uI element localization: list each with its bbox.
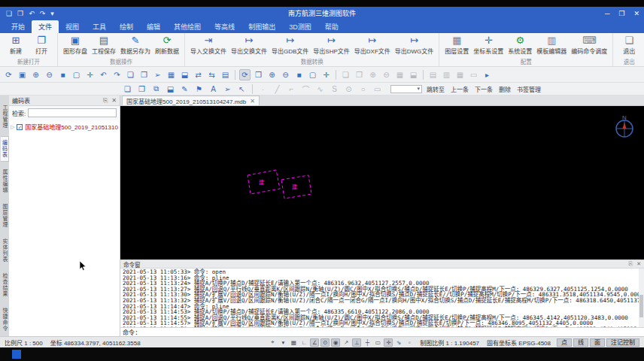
- tab-close-icon[interactable]: ✕: [250, 98, 255, 105]
- code-command-dispatch-button[interactable]: ⌨编码命令调度: [569, 35, 609, 56]
- save-as-button[interactable]: ✎数据另存为: [118, 35, 153, 56]
- refresh-data-button[interactable]: ⟳刷新数据: [153, 35, 181, 56]
- draw-point-icon[interactable]: ∙: [257, 83, 269, 95]
- annotation-toggle[interactable]: ⇘: [394, 338, 403, 347]
- ribbon-tab[interactable]: 3D测图: [282, 20, 318, 33]
- snap-dropdown[interactable]: ▾: [278, 338, 287, 347]
- tree-checkbox[interactable]: ✓: [17, 124, 23, 130]
- regen-icon[interactable]: ⟳: [239, 69, 251, 80]
- pin-icon[interactable]: ⎘: [629, 261, 633, 267]
- template-editor-button[interactable]: ▥模板编辑器: [534, 35, 569, 56]
- mirror-icon[interactable]: ⬓: [408, 69, 419, 80]
- ortho-toggle[interactable]: ∟: [299, 338, 308, 347]
- clip-icon[interactable]: ⬓: [165, 83, 176, 95]
- lineweight-toggle[interactable]: ▭: [373, 338, 382, 347]
- paste-icon[interactable]: ❐: [138, 69, 150, 80]
- exit-button[interactable]: ❏退出: [616, 35, 642, 56]
- pin-icon[interactable]: ⎘: [103, 97, 108, 105]
- export-dwg-button[interactable]: ↦导出DWG文件: [393, 35, 436, 56]
- ribbon-tab[interactable]: 工具: [86, 20, 113, 33]
- draw-polyline-icon[interactable]: ⌐: [286, 83, 297, 95]
- annotation-control-button[interactable]: 注记控制: [606, 338, 639, 347]
- ribbon-tab[interactable]: 绘制: [113, 20, 140, 33]
- rectangle-icon[interactable]: ▭: [468, 69, 479, 80]
- ribbon-tab[interactable]: 视图: [59, 20, 86, 33]
- bookmark-delete-button[interactable]: 删除: [499, 85, 511, 93]
- command-log[interactable]: 2021-05-13 11:05:33> 命令: open2021-05-13 …: [120, 268, 639, 327]
- side-panel-tab[interactable]: 快捷命令: [1, 305, 8, 335]
- side-panel-tab[interactable]: 编码表: [1, 136, 9, 162]
- ribbon-tab[interactable]: 帮助: [318, 20, 345, 33]
- bookmark-combobox[interactable]: ▾: [390, 85, 422, 93]
- redo-icon[interactable]: ↷: [111, 69, 123, 80]
- save-project-button[interactable]: ▤工程保存: [90, 35, 118, 56]
- window-select-icon[interactable]: ⬓: [179, 69, 190, 80]
- select-icon[interactable]: ➢: [152, 69, 163, 80]
- document-tab[interactable]: 国家基础地理500_2019_210513104247.mdb ✕: [122, 96, 260, 105]
- layer-settings-button[interactable]: ▦图层设置: [442, 35, 471, 56]
- side-panel-tab[interactable]: 属性编辑: [1, 166, 8, 196]
- pan-view-icon[interactable]: ✛: [320, 69, 332, 80]
- zoom-in-icon[interactable]: ⊕: [30, 69, 41, 80]
- otrack-toggle[interactable]: ◉: [331, 338, 340, 347]
- move-icon[interactable]: ✛: [84, 69, 96, 80]
- ungroup-icon[interactable]: ▥: [441, 69, 452, 80]
- line-filter-button[interactable]: 线: [573, 338, 588, 347]
- exchange-icon[interactable]: ⇆: [206, 69, 217, 80]
- new-doc-icon[interactable]: ❏: [122, 83, 133, 95]
- ribbon-tab[interactable]: 文件: [32, 20, 59, 33]
- export-gdb-button[interactable]: ↦导出GDB文件: [269, 35, 311, 56]
- workspace-toggle[interactable]: ▫: [405, 338, 414, 347]
- panel-close-icon[interactable]: ✕: [111, 97, 117, 104]
- polar-toggle[interactable]: ∠: [310, 338, 319, 347]
- panel-close-icon[interactable]: ✕: [636, 261, 641, 267]
- perp-toggle[interactable]: ⊥: [352, 338, 361, 347]
- crosshair-toggle[interactable]: ┼: [363, 338, 372, 347]
- side-panel-tab[interactable]: 实体列表: [1, 235, 8, 265]
- array-icon[interactable]: ▦: [394, 69, 406, 80]
- ribbon-tab[interactable]: 编辑: [140, 20, 167, 33]
- taskbar-app-icon[interactable]: [12, 350, 21, 359]
- remove-icon[interactable]: ⊖: [381, 69, 392, 80]
- full-view-icon[interactable]: ■: [293, 69, 305, 80]
- group-icon[interactable]: ▤: [427, 69, 439, 80]
- minimize-button[interactable]: ─: [605, 7, 609, 20]
- toolbar-overflow-icon[interactable]: ▸: [481, 69, 493, 80]
- fit-view-icon[interactable]: ▢: [307, 69, 318, 80]
- map-canvas[interactable]: 建 建 N: [120, 106, 644, 259]
- draw-spline-icon[interactable]: S: [329, 83, 340, 95]
- side-panel-tab[interactable]: 图层管理: [1, 201, 8, 231]
- snap-toggle[interactable]: ⌖: [268, 338, 277, 347]
- view-save-icon[interactable]: ❐: [253, 69, 264, 80]
- osnap-toggle[interactable]: ⊙: [320, 338, 330, 347]
- ribbon-tab[interactable]: 其他绘图: [167, 20, 208, 33]
- flag-icon[interactable]: ⚑: [193, 83, 205, 95]
- system-settings-button[interactable]: ⚙系统设置: [506, 35, 534, 56]
- select-arrow-icon[interactable]: ↖: [236, 83, 248, 95]
- ribbon-tab[interactable]: 制图输出: [242, 20, 282, 33]
- tree-twisty-icon[interactable]: ▷: [11, 124, 14, 130]
- copy-icon[interactable]: ❏: [125, 69, 136, 80]
- edit-icon[interactable]: ✎: [179, 83, 190, 95]
- save-drawing-button[interactable]: ▣图形存盘: [61, 35, 90, 56]
- swap-icon[interactable]: ⇄: [193, 69, 204, 80]
- duplicate-icon[interactable]: ⧉: [150, 83, 162, 95]
- insert-icon[interactable]: ⊕: [367, 69, 378, 80]
- export-dxf-button[interactable]: ↦导出DXF文件: [352, 35, 393, 56]
- zoom-out-icon[interactable]: ⊖: [44, 69, 55, 80]
- open-button[interactable]: ❐打开: [29, 35, 54, 56]
- save-icon[interactable]: ▣: [17, 69, 28, 80]
- command-input-line[interactable]: 命令:: [120, 327, 644, 336]
- point-filter-button[interactable]: 点: [557, 338, 572, 347]
- export-shp-button[interactable]: ↦导出SHP文件: [311, 35, 351, 56]
- grid-icon[interactable]: ▦: [166, 69, 177, 80]
- command-log-scrollbar[interactable]: [639, 268, 644, 327]
- edit-paste-icon[interactable]: ❐: [354, 69, 365, 80]
- draw-arc-icon[interactable]: ⌒: [300, 83, 311, 95]
- draw-curve-icon[interactable]: ∿: [314, 83, 326, 95]
- pan-icon[interactable]: ■: [57, 69, 68, 80]
- pointer-icon[interactable]: ➢: [222, 83, 233, 95]
- export-exchange-file-button[interactable]: ↦导出交换文件: [229, 35, 269, 56]
- side-panel-tab[interactable]: 工程管理: [1, 102, 8, 132]
- side-panel-tab[interactable]: 检查结果: [1, 270, 8, 300]
